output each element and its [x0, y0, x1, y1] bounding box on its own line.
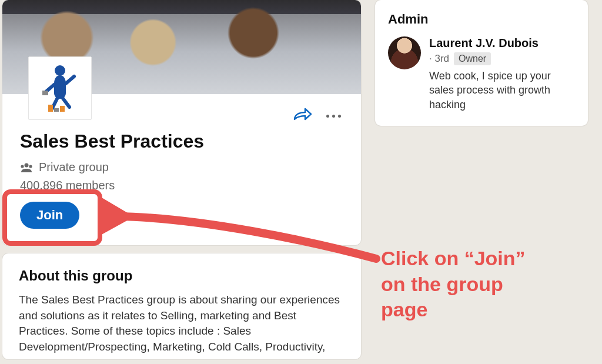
- group-privacy: Private group: [20, 161, 343, 174]
- join-button[interactable]: Join: [20, 202, 79, 229]
- admin-name[interactable]: Laurent J.V. Dubois: [429, 36, 575, 50]
- svg-rect-1: [42, 91, 48, 95]
- svg-point-5: [25, 163, 29, 167]
- group-icon: [20, 162, 33, 173]
- svg-point-6: [21, 165, 24, 168]
- owner-badge: Owner: [454, 52, 491, 65]
- group-privacy-label: Private group: [39, 161, 109, 174]
- about-heading: About this group: [19, 268, 345, 284]
- more-options-icon[interactable]: [326, 115, 341, 118]
- svg-point-0: [55, 65, 65, 76]
- svg-rect-4: [60, 106, 65, 112]
- group-cover-image: [2, 0, 361, 94]
- group-logo: [28, 56, 92, 120]
- admin-avatar[interactable]: [388, 36, 421, 69]
- share-icon[interactable]: [292, 108, 312, 124]
- group-header-card: Sales Best Practices Private group 400,8…: [2, 0, 361, 245]
- admin-card: Admin Laurent J.V. Dubois · 3rd Owner We…: [375, 0, 588, 126]
- group-title: Sales Best Practices: [20, 131, 343, 152]
- admin-connection-degree: · 3rd: [429, 53, 449, 65]
- admin-bio: Web cook, I spice up your sales process …: [429, 69, 575, 112]
- about-body: The Sales Best Practices group is about …: [19, 292, 345, 355]
- svg-point-7: [29, 165, 32, 168]
- group-members-count: 400,896 members: [20, 179, 343, 192]
- svg-rect-2: [48, 105, 53, 112]
- svg-rect-3: [54, 108, 59, 112]
- admin-heading: Admin: [388, 12, 575, 27]
- about-card: About this group The Sales Best Practice…: [2, 253, 361, 359]
